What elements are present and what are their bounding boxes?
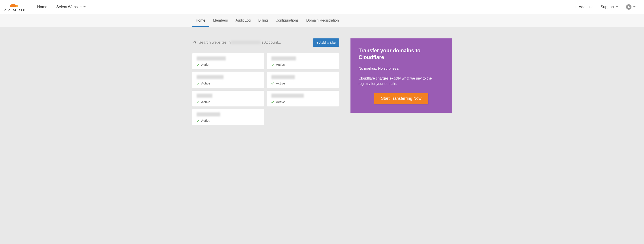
add-site-link[interactable]: ＋ Add site bbox=[570, 5, 596, 9]
promo-line2: Cloudflare charges exactly what we pay t… bbox=[358, 76, 444, 86]
nav-support-label: Support bbox=[600, 5, 614, 9]
check-icon bbox=[196, 100, 200, 104]
check-icon bbox=[196, 82, 200, 85]
redacted-domain bbox=[271, 75, 295, 79]
start-transferring-button[interactable]: Start Transferring Now bbox=[374, 93, 428, 104]
redacted-domain bbox=[197, 94, 212, 98]
brand-text: CLOUDFLARE bbox=[4, 9, 25, 12]
plus-icon: ＋ bbox=[574, 5, 578, 9]
nav-home-label: Home bbox=[37, 5, 47, 9]
status-badge: Active bbox=[196, 119, 260, 123]
check-icon bbox=[271, 63, 274, 66]
add-site-button[interactable]: + Add a Site bbox=[313, 38, 339, 47]
avatar-icon bbox=[626, 4, 632, 10]
logo[interactable]: CLOUDFLARE bbox=[4, 2, 25, 12]
site-card[interactable]: Active bbox=[192, 53, 264, 69]
tab-configurations[interactable]: Configurations bbox=[272, 14, 302, 27]
promo-line1: No markup. No surprises. bbox=[358, 66, 444, 71]
redacted-domain bbox=[197, 112, 220, 116]
redacted-account-name bbox=[231, 41, 260, 44]
top-bar: CLOUDFLARE Home Select Website ＋ Add sit… bbox=[0, 0, 644, 14]
status-badge: Active bbox=[196, 81, 260, 85]
redacted-domain bbox=[197, 56, 226, 60]
nav-support[interactable]: Support bbox=[596, 5, 622, 9]
site-card[interactable]: Active bbox=[192, 109, 264, 125]
chevron-down-icon bbox=[616, 6, 618, 8]
main-column: Search websites in 's Account... + Add a… bbox=[192, 38, 339, 125]
user-menu[interactable] bbox=[622, 4, 640, 10]
promo-card: Transfer your domains to Cloudflare No m… bbox=[350, 38, 452, 113]
redacted-domain bbox=[197, 75, 224, 79]
site-card[interactable]: Active bbox=[192, 90, 264, 107]
status-badge: Active bbox=[196, 63, 260, 66]
chevron-down-icon bbox=[84, 6, 86, 8]
tab-audit-log[interactable]: Audit Log bbox=[232, 14, 254, 27]
chevron-down-icon bbox=[633, 6, 636, 8]
redacted-domain bbox=[271, 94, 304, 98]
site-card[interactable]: Active bbox=[192, 72, 264, 88]
redacted-domain bbox=[271, 56, 296, 60]
side-column: Transfer your domains to Cloudflare No m… bbox=[350, 38, 452, 113]
cloudflare-cloud-icon bbox=[8, 2, 21, 9]
tab-members[interactable]: Members bbox=[209, 14, 232, 27]
search-placeholder: Search websites in 's Account... bbox=[199, 40, 281, 45]
check-icon bbox=[196, 63, 200, 66]
check-icon bbox=[196, 119, 200, 123]
search-row: Search websites in 's Account... + Add a… bbox=[192, 38, 339, 47]
tab-home[interactable]: Home bbox=[192, 14, 209, 27]
content: Search websites in 's Account... + Add a… bbox=[190, 27, 454, 139]
svg-line-2 bbox=[195, 43, 196, 44]
sub-nav: Home Members Audit Log Billing Configura… bbox=[0, 14, 644, 27]
tab-billing[interactable]: Billing bbox=[254, 14, 272, 27]
nav-select-website-label: Select Website bbox=[56, 5, 82, 9]
status-badge: Active bbox=[196, 100, 260, 104]
site-grid: Active Active Active bbox=[192, 53, 339, 125]
search-input[interactable]: Search websites in 's Account... bbox=[192, 39, 286, 46]
svg-point-1 bbox=[194, 41, 196, 43]
nav-select-website[interactable]: Select Website bbox=[52, 5, 90, 9]
status-badge: Active bbox=[271, 81, 335, 85]
site-card[interactable]: Active bbox=[266, 72, 339, 88]
add-site-label: Add site bbox=[579, 5, 592, 9]
svg-point-0 bbox=[628, 6, 629, 7]
nav-home[interactable]: Home bbox=[33, 5, 52, 9]
status-badge: Active bbox=[271, 100, 335, 104]
check-icon bbox=[271, 100, 274, 104]
site-card[interactable]: Active bbox=[266, 53, 339, 69]
promo-title: Transfer your domains to Cloudflare bbox=[358, 47, 444, 61]
status-badge: Active bbox=[271, 63, 335, 66]
search-icon bbox=[193, 41, 196, 44]
site-card[interactable]: Active bbox=[266, 90, 339, 107]
tab-domain-registration[interactable]: Domain Registration bbox=[302, 14, 343, 27]
check-icon bbox=[271, 82, 274, 85]
